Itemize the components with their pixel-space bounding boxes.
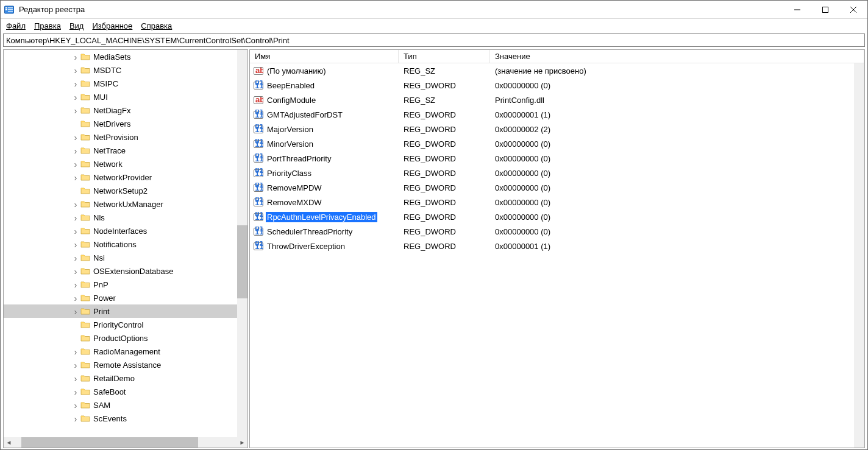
chevron-right-icon[interactable]: › — [71, 279, 80, 290]
tree-item[interactable]: ›MSDTC — [4, 63, 247, 77]
tree-item[interactable]: ProductOptions — [4, 331, 247, 345]
tree-item[interactable]: ›NetDiagFx — [4, 104, 247, 117]
scrollbar-thumb[interactable] — [237, 225, 247, 298]
tree-item[interactable]: ›Network — [4, 157, 247, 171]
tree-item[interactable]: ›MSIPC — [4, 77, 247, 90]
value-row[interactable]: 011110ThrowDriverExceptionREG_DWORD0x000… — [250, 239, 854, 253]
chevron-right-icon[interactable]: › — [71, 52, 80, 62]
scroll-left-icon[interactable]: ◄ — [4, 437, 14, 448]
tree-item[interactable]: ›Nls — [4, 211, 247, 224]
tree-item-label: NetDiagFx — [93, 105, 132, 116]
chevron-right-icon[interactable]: › — [71, 373, 80, 384]
tree-item[interactable]: NetworkSetup2 — [4, 184, 247, 197]
menu-help[interactable]: Справка — [137, 20, 176, 32]
chevron-right-icon[interactable]: › — [71, 105, 80, 116]
address-path: Компьютер\HKEY_LOCAL_MACHINE\SYSTEM\Curr… — [6, 36, 290, 45]
chevron-right-icon[interactable]: › — [71, 213, 80, 223]
column-value[interactable]: Значение — [490, 50, 864, 63]
tree-item[interactable]: ›NetworkProvider — [4, 171, 247, 184]
tree-vertical-scrollbar[interactable] — [237, 50, 247, 437]
column-name[interactable]: Имя — [250, 50, 399, 63]
tree-horizontal-scrollbar[interactable]: ◄ ► — [4, 437, 247, 448]
value-name: GMTAdjustedForDST — [266, 110, 344, 120]
chevron-right-icon[interactable]: › — [71, 132, 80, 142]
tree-item[interactable]: NetDrivers — [4, 117, 247, 130]
menu-file[interactable]: Файл — [2, 20, 30, 32]
value-row[interactable]: 011110MajorVersionREG_DWORD0x00000002 (2… — [250, 122, 854, 136]
chevron-right-icon[interactable]: › — [71, 306, 80, 317]
value-type: REG_DWORD — [399, 139, 490, 149]
tree-item[interactable]: ›MUI — [4, 90, 247, 104]
tree-item[interactable]: ›Power — [4, 291, 247, 304]
tree-item[interactable]: ›OSExtensionDatabase — [4, 264, 247, 278]
tree-item[interactable]: ›SAM — [4, 398, 247, 412]
svg-text:110: 110 — [255, 242, 263, 251]
tree-item[interactable]: ›PnP — [4, 278, 247, 291]
value-row[interactable]: 011110MinorVersionREG_DWORD0x00000000 (0… — [250, 136, 854, 151]
value-vertical-scrollbar[interactable] — [854, 63, 864, 448]
address-bar[interactable]: Компьютер\HKEY_LOCAL_MACHINE\SYSTEM\Curr… — [3, 33, 865, 47]
chevron-right-icon[interactable]: › — [71, 65, 80, 76]
chevron-right-icon[interactable]: › — [71, 346, 80, 357]
tree-item-label: MSDTC — [93, 65, 123, 76]
value-data: 0x00000001 (1) — [490, 110, 854, 119]
svg-text:110: 110 — [255, 213, 263, 222]
menu-edit[interactable]: Правка — [30, 20, 65, 32]
tree-item[interactable]: PriorityControl — [4, 318, 247, 331]
chevron-right-icon[interactable]: › — [71, 400, 80, 410]
chevron-right-icon[interactable]: › — [71, 266, 80, 276]
value-row[interactable]: ab(По умолчанию)REG_SZ(значение не присв… — [250, 63, 854, 78]
chevron-right-icon[interactable]: › — [71, 413, 80, 424]
tree-item[interactable]: ›Print — [4, 304, 247, 318]
value-row[interactable]: 011110GMTAdjustedForDSTREG_DWORD0x000000… — [250, 107, 854, 122]
maximize-button[interactable] — [811, 1, 839, 19]
value-row[interactable]: 011110PriorityClassREG_DWORD0x00000000 (… — [250, 166, 854, 180]
svg-text:110: 110 — [255, 110, 263, 119]
scrollbar-thumb[interactable] — [21, 437, 198, 448]
tree-item[interactable]: ›RadioManagement — [4, 345, 247, 358]
tree-item-label: Nsi — [93, 253, 107, 263]
tree-item[interactable]: ›MediaSets — [4, 50, 247, 63]
value-data: 0x00000001 (1) — [490, 242, 854, 251]
chevron-right-icon[interactable]: › — [71, 159, 80, 169]
value-type: REG_DWORD — [399, 81, 490, 90]
value-row[interactable]: 011110RemoveMPDWREG_DWORD0x00000000 (0) — [250, 180, 854, 195]
chevron-right-icon[interactable]: › — [71, 253, 80, 263]
menu-view[interactable]: Вид — [65, 20, 88, 32]
value-data: (значение не присвоено) — [490, 66, 854, 76]
chevron-right-icon[interactable]: › — [71, 387, 80, 397]
chevron-right-icon[interactable]: › — [71, 146, 80, 156]
tree-item[interactable]: ›Notifications — [4, 237, 247, 251]
tree-item[interactable]: ›NetTrace — [4, 144, 247, 157]
value-row[interactable]: abConfigModuleREG_SZPrintConfig.dll — [250, 93, 854, 107]
chevron-right-icon[interactable]: › — [71, 239, 80, 250]
scroll-right-icon[interactable]: ► — [237, 437, 247, 448]
tree-item[interactable]: ›Remote Assistance — [4, 358, 247, 371]
value-row[interactable]: 011110RemoveMXDWREG_DWORD0x00000000 (0) — [250, 195, 854, 209]
chevron-right-icon[interactable]: › — [71, 79, 80, 89]
reg-binary-icon: 011110 — [254, 110, 263, 119]
close-button[interactable] — [839, 1, 867, 19]
value-data: 0x00000000 (0) — [490, 154, 854, 163]
tree-item[interactable]: ›Nsi — [4, 251, 247, 264]
tree-item[interactable]: ›ScEvents — [4, 412, 247, 425]
chevron-right-icon[interactable]: › — [71, 172, 80, 183]
tree-item[interactable]: ›SafeBoot — [4, 385, 247, 398]
value-row[interactable]: 011110BeepEnabledREG_DWORD0x00000000 (0) — [250, 78, 854, 93]
column-type[interactable]: Тип — [399, 50, 490, 63]
value-row[interactable]: 011110SchedulerThreadPriorityREG_DWORD0x… — [250, 224, 854, 239]
value-row[interactable]: 011110RpcAuthnLevelPrivacyEnabledREG_DWO… — [250, 209, 854, 224]
chevron-right-icon[interactable]: › — [71, 226, 80, 236]
tree-item[interactable]: ›RetailDemo — [4, 371, 247, 385]
scrollbar-track[interactable] — [14, 437, 237, 448]
chevron-right-icon[interactable]: › — [71, 293, 80, 303]
tree-item[interactable]: ›NodeInterfaces — [4, 224, 247, 237]
tree-item[interactable]: ›NetProvision — [4, 130, 247, 144]
minimize-button[interactable] — [783, 1, 811, 19]
menu-favorites[interactable]: Избранное — [88, 20, 137, 32]
chevron-right-icon[interactable]: › — [71, 360, 80, 370]
chevron-right-icon[interactable]: › — [71, 199, 80, 209]
chevron-right-icon[interactable]: › — [71, 92, 80, 102]
tree-item[interactable]: ›NetworkUxManager — [4, 197, 247, 211]
value-row[interactable]: 011110PortThreadPriorityREG_DWORD0x00000… — [250, 151, 854, 166]
